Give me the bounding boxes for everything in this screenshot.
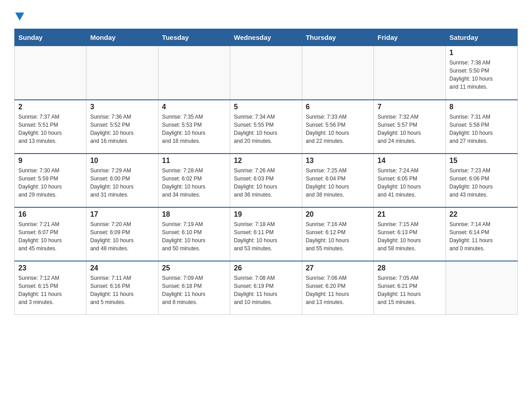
calendar-cell: 10Sunrise: 7:29 AM Sunset: 6:00 PM Dayli… <box>86 154 158 207</box>
day-info: Sunrise: 7:11 AM Sunset: 6:16 PM Dayligh… <box>90 274 154 306</box>
calendar-cell: 26Sunrise: 7:08 AM Sunset: 6:19 PM Dayli… <box>230 261 302 315</box>
calendar-cell <box>86 46 158 100</box>
weekday-header-wednesday: Wednesday <box>230 29 302 46</box>
day-info: Sunrise: 7:09 AM Sunset: 6:18 PM Dayligh… <box>162 274 226 306</box>
calendar-cell: 18Sunrise: 7:19 AM Sunset: 6:10 PM Dayli… <box>158 207 230 261</box>
calendar-cell: 7Sunrise: 7:32 AM Sunset: 5:57 PM Daylig… <box>374 100 446 154</box>
day-info: Sunrise: 7:15 AM Sunset: 6:13 PM Dayligh… <box>378 220 442 253</box>
day-info: Sunrise: 7:16 AM Sunset: 6:12 PM Dayligh… <box>306 220 370 253</box>
day-info: Sunrise: 7:08 AM Sunset: 6:19 PM Dayligh… <box>234 274 298 306</box>
day-number: 28 <box>378 264 442 272</box>
day-number: 21 <box>378 210 442 218</box>
day-number: 14 <box>378 157 442 165</box>
day-number: 22 <box>450 210 514 218</box>
day-info: Sunrise: 7:34 AM Sunset: 5:55 PM Dayligh… <box>234 113 298 145</box>
calendar-cell: 4Sunrise: 7:35 AM Sunset: 5:53 PM Daylig… <box>158 100 230 154</box>
day-info: Sunrise: 7:23 AM Sunset: 6:06 PM Dayligh… <box>450 167 514 199</box>
day-info: Sunrise: 7:19 AM Sunset: 6:10 PM Dayligh… <box>162 220 226 253</box>
weekday-header-tuesday: Tuesday <box>158 29 230 46</box>
weekday-header-saturday: Saturday <box>446 29 517 46</box>
day-info: Sunrise: 7:38 AM Sunset: 5:50 PM Dayligh… <box>450 59 514 91</box>
day-info: Sunrise: 7:28 AM Sunset: 6:02 PM Dayligh… <box>162 167 226 199</box>
calendar-cell: 16Sunrise: 7:21 AM Sunset: 6:07 PM Dayli… <box>15 207 86 261</box>
calendar-cell: 25Sunrise: 7:09 AM Sunset: 6:18 PM Dayli… <box>158 261 230 315</box>
weekday-header-friday: Friday <box>374 29 446 46</box>
day-number: 18 <box>162 210 226 218</box>
day-info: Sunrise: 7:12 AM Sunset: 6:15 PM Dayligh… <box>18 274 82 306</box>
calendar-table: SundayMondayTuesdayWednesdayThursdayFrid… <box>14 29 518 315</box>
calendar-cell: 8Sunrise: 7:31 AM Sunset: 5:58 PM Daylig… <box>446 100 517 154</box>
calendar-cell <box>230 46 302 100</box>
calendar-cell: 9Sunrise: 7:30 AM Sunset: 5:59 PM Daylig… <box>15 154 86 207</box>
calendar-week-row: 1Sunrise: 7:38 AM Sunset: 5:50 PM Daylig… <box>15 46 518 100</box>
day-info: Sunrise: 7:29 AM Sunset: 6:00 PM Dayligh… <box>90 167 154 199</box>
day-info: Sunrise: 7:06 AM Sunset: 6:20 PM Dayligh… <box>306 274 370 306</box>
calendar-cell: 27Sunrise: 7:06 AM Sunset: 6:20 PM Dayli… <box>302 261 373 315</box>
calendar-cell: 28Sunrise: 7:05 AM Sunset: 6:21 PM Dayli… <box>374 261 446 315</box>
day-number: 26 <box>234 264 298 272</box>
day-info: Sunrise: 7:21 AM Sunset: 6:07 PM Dayligh… <box>18 220 82 253</box>
day-info: Sunrise: 7:31 AM Sunset: 5:58 PM Dayligh… <box>450 113 514 145</box>
day-number: 11 <box>162 157 226 165</box>
day-number: 15 <box>450 157 514 165</box>
day-number: 20 <box>306 210 370 218</box>
day-info: Sunrise: 7:05 AM Sunset: 6:21 PM Dayligh… <box>378 274 442 306</box>
logo-triangle-icon <box>15 13 24 21</box>
calendar-cell: 23Sunrise: 7:12 AM Sunset: 6:15 PM Dayli… <box>15 261 86 315</box>
day-number: 2 <box>18 103 82 111</box>
calendar-cell: 24Sunrise: 7:11 AM Sunset: 6:16 PM Dayli… <box>86 261 158 315</box>
weekday-header-sunday: Sunday <box>15 29 86 46</box>
day-number: 3 <box>90 103 154 111</box>
calendar-week-row: 16Sunrise: 7:21 AM Sunset: 6:07 PM Dayli… <box>15 207 518 261</box>
day-info: Sunrise: 7:35 AM Sunset: 5:53 PM Dayligh… <box>162 113 226 145</box>
calendar-cell: 3Sunrise: 7:36 AM Sunset: 5:52 PM Daylig… <box>86 100 158 154</box>
day-number: 19 <box>234 210 298 218</box>
calendar-cell: 6Sunrise: 7:33 AM Sunset: 5:56 PM Daylig… <box>302 100 373 154</box>
calendar-cell: 11Sunrise: 7:28 AM Sunset: 6:02 PM Dayli… <box>158 154 230 207</box>
day-number: 13 <box>306 157 370 165</box>
calendar-cell <box>374 46 446 100</box>
weekday-header-monday: Monday <box>86 29 158 46</box>
calendar-cell: 13Sunrise: 7:25 AM Sunset: 6:04 PM Dayli… <box>302 154 373 207</box>
calendar-cell: 22Sunrise: 7:14 AM Sunset: 6:14 PM Dayli… <box>446 207 517 261</box>
logo <box>14 11 24 21</box>
day-number: 8 <box>450 103 514 111</box>
calendar-cell: 17Sunrise: 7:20 AM Sunset: 6:09 PM Dayli… <box>86 207 158 261</box>
day-number: 23 <box>18 264 82 272</box>
day-info: Sunrise: 7:30 AM Sunset: 5:59 PM Dayligh… <box>18 167 82 199</box>
page-header <box>14 11 518 21</box>
calendar-cell: 19Sunrise: 7:18 AM Sunset: 6:11 PM Dayli… <box>230 207 302 261</box>
weekday-header-row: SundayMondayTuesdayWednesdayThursdayFrid… <box>15 29 518 46</box>
day-info: Sunrise: 7:37 AM Sunset: 5:51 PM Dayligh… <box>18 113 82 145</box>
calendar-cell: 15Sunrise: 7:23 AM Sunset: 6:06 PM Dayli… <box>446 154 517 207</box>
day-number: 6 <box>306 103 370 111</box>
calendar-cell: 1Sunrise: 7:38 AM Sunset: 5:50 PM Daylig… <box>446 46 517 100</box>
calendar-week-row: 23Sunrise: 7:12 AM Sunset: 6:15 PM Dayli… <box>15 261 518 315</box>
day-number: 7 <box>378 103 442 111</box>
calendar-week-row: 2Sunrise: 7:37 AM Sunset: 5:51 PM Daylig… <box>15 100 518 154</box>
day-info: Sunrise: 7:32 AM Sunset: 5:57 PM Dayligh… <box>378 113 442 145</box>
calendar-cell: 12Sunrise: 7:26 AM Sunset: 6:03 PM Dayli… <box>230 154 302 207</box>
day-number: 12 <box>234 157 298 165</box>
day-info: Sunrise: 7:25 AM Sunset: 6:04 PM Dayligh… <box>306 167 370 199</box>
calendar-cell: 5Sunrise: 7:34 AM Sunset: 5:55 PM Daylig… <box>230 100 302 154</box>
day-info: Sunrise: 7:18 AM Sunset: 6:11 PM Dayligh… <box>234 220 298 253</box>
day-info: Sunrise: 7:33 AM Sunset: 5:56 PM Dayligh… <box>306 113 370 145</box>
day-number: 27 <box>306 264 370 272</box>
calendar-cell <box>15 46 86 100</box>
day-number: 17 <box>90 210 154 218</box>
day-number: 9 <box>18 157 82 165</box>
day-info: Sunrise: 7:14 AM Sunset: 6:14 PM Dayligh… <box>450 220 514 253</box>
calendar-cell: 14Sunrise: 7:24 AM Sunset: 6:05 PM Dayli… <box>374 154 446 207</box>
weekday-header-thursday: Thursday <box>302 29 373 46</box>
day-info: Sunrise: 7:36 AM Sunset: 5:52 PM Dayligh… <box>90 113 154 145</box>
calendar-cell: 2Sunrise: 7:37 AM Sunset: 5:51 PM Daylig… <box>15 100 86 154</box>
calendar-week-row: 9Sunrise: 7:30 AM Sunset: 5:59 PM Daylig… <box>15 154 518 207</box>
calendar-cell <box>302 46 373 100</box>
calendar-cell <box>446 261 517 315</box>
day-info: Sunrise: 7:20 AM Sunset: 6:09 PM Dayligh… <box>90 220 154 253</box>
day-number: 1 <box>450 49 514 57</box>
day-info: Sunrise: 7:26 AM Sunset: 6:03 PM Dayligh… <box>234 167 298 199</box>
day-number: 25 <box>162 264 226 272</box>
calendar-cell: 20Sunrise: 7:16 AM Sunset: 6:12 PM Dayli… <box>302 207 373 261</box>
